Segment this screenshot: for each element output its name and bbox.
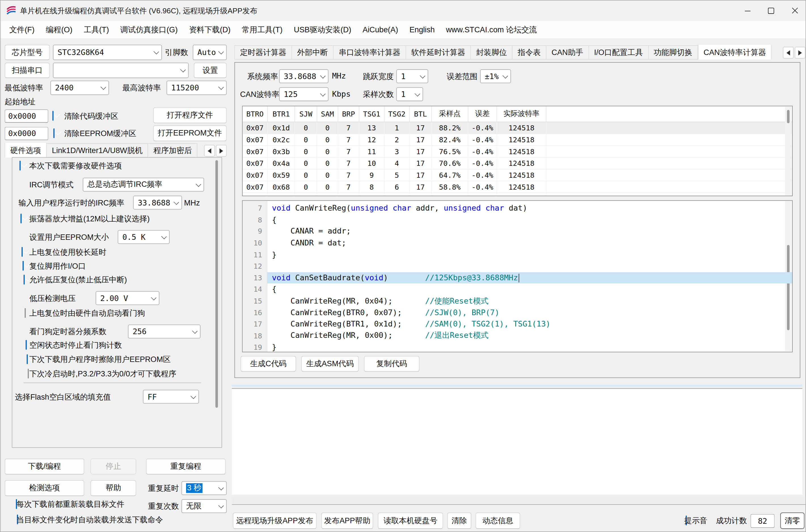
option-tabs-next-button[interactable] [216,145,226,157]
hw-watchdog-checkbox[interactable] [25,308,26,318]
generate-asm-code-button[interactable]: 生成ASM代码 [301,356,359,372]
download-program-button[interactable]: 下载/编程 [4,459,84,474]
code-line[interactable]: 11} [243,249,785,261]
maximize-button[interactable] [759,1,783,21]
code-line[interactable]: 19} [243,342,785,352]
code-line[interactable]: 18 CanWriteReg(MR, 0x00); //退出Reset模式 [243,330,785,342]
can-baud-select[interactable]: 125 [279,87,328,101]
code-line[interactable]: 14{ [243,283,785,295]
option-tabs-prev-button[interactable] [204,145,215,157]
table-scrollbar-thumb[interactable] [787,110,790,123]
max-baud-select[interactable]: 115200 [166,80,226,95]
menu-item-9[interactable]: www.STCAI.com 论坛交流 [440,21,543,39]
cold-boot-p32-checkbox[interactable] [28,369,29,378]
open-eeprom-file-button[interactable]: 打开EEPROM文件 [153,125,226,141]
log-area[interactable] [232,388,802,495]
minimize-button[interactable] [736,1,759,21]
close-button[interactable] [783,1,806,21]
table-row[interactable]: 0x070x59007951764.7%-0.4%124518 [243,170,792,182]
error-range-select[interactable]: ±1% [480,70,511,83]
tab-指令表[interactable]: 指令表 [512,45,547,59]
table-row[interactable]: 0x070x1d0071311788.2%-0.4%124518 [243,122,792,134]
generate-c-code-button[interactable]: 生成C代码 [240,356,296,372]
flash-fill-select[interactable]: FF [143,390,199,404]
tab-CAN助手[interactable]: CAN助手 [547,45,589,59]
table-row[interactable]: 0x070x77007771752.9%-0.4%124518 [243,193,792,196]
tool-tabs-prev-button[interactable] [783,47,793,59]
tab-CAN波特率计算器[interactable]: CAN波特率计算器 [698,45,772,60]
menu-item-1[interactable]: 编程(O) [40,21,78,39]
remote-upgrade-publish-button[interactable]: 远程现场升级APP发布 [233,512,316,529]
sys-freq-select[interactable]: 33.8688 [279,70,328,83]
baud-results-table[interactable]: BTROBTR1SJWSAMBRPTSG1TSG2BTL采样点误差实际波特率 0… [242,106,793,196]
repeat-times-select[interactable]: 无限 [182,499,227,513]
table-scrollbar[interactable] [785,107,792,195]
menu-item-2[interactable]: 工具(T) [78,21,114,39]
code-line[interactable]: 12 [243,261,785,272]
wdt-prescaler-select[interactable]: 256 [128,325,201,338]
dynamic-info-button[interactable]: 动态信息 [476,512,520,529]
table-row[interactable]: 0x070x3b0071131776.5%-0.4%124518 [243,146,792,158]
menu-item-8[interactable]: English [404,21,440,39]
code-line[interactable]: 8{ [243,214,785,226]
clear-log-button[interactable]: 清除 [447,512,471,529]
menu-item-0[interactable]: 文件(F) [4,21,40,39]
repeat-program-button[interactable]: 重复编程 [146,459,226,474]
code-line[interactable]: 13void CanSetBaudrate(void) //125Kbps@33… [243,272,785,283]
tab-封装脚位[interactable]: 封装脚位 [471,45,512,59]
erase-eeprom-next-checkbox[interactable] [27,354,28,364]
reset-count-button[interactable]: 清零 [780,512,804,529]
code-scrollbar-thumb[interactable] [787,245,790,330]
success-count-input[interactable]: 82 [750,514,774,528]
irc-mode-select[interactable]: 总是动态调节IRC频率 [83,178,204,192]
code-start-address-input[interactable]: 0x0000 [4,109,48,123]
clear-eeprom-buffer-checkbox[interactable] [54,128,55,138]
oscillator-gain-checkbox[interactable] [21,214,22,223]
tab-I/O口配置工具[interactable]: I/O口配置工具 [589,45,648,59]
eeprom-size-select[interactable]: 0.5 K [118,230,170,244]
tab-硬件选项[interactable]: 硬件选项 [4,143,47,158]
publish-app-help-button[interactable]: 发布APP帮助 [321,512,373,529]
table-row[interactable]: 0x070x2c0071221782.4%-0.4%124518 [243,134,792,146]
lvd-voltage-select[interactable]: 2.00 V [96,291,159,305]
repeat-delay-select[interactable]: 3 秒 [182,481,227,495]
code-line[interactable]: 16 CanWriteReg(BTR0, 0x07); //SJW(0), BR… [243,307,785,318]
copy-code-button[interactable]: 复制代码 [364,356,419,372]
tab-Link1D/Writer1A/U8W脱机[interactable]: Link1D/Writer1A/U8W脱机 [47,143,148,157]
idle-stop-wdt-checkbox[interactable] [26,340,27,349]
lvr-enable-checkbox[interactable] [23,274,25,284]
code-editor[interactable]: 7void CanWriteReg(unsigned char addr, un… [242,201,793,352]
chip-model-select[interactable]: STC32G8K64 [53,45,162,60]
table-row[interactable]: 0x070x68007861758.8%-0.4%124518 [243,182,792,193]
help-button[interactable]: 帮助 [90,480,136,496]
code-line[interactable]: 10 CANDR = dat; [243,237,785,249]
tab-功能脚切换[interactable]: 功能脚切换 [648,45,698,59]
tab-定时器计算器[interactable]: 定时器计算器 [235,45,292,59]
modify-hw-options-checkbox[interactable] [20,161,21,170]
menu-item-5[interactable]: 常用工具(T) [236,21,288,39]
pin-count-select[interactable]: Auto [193,45,227,60]
menu-item-6[interactable]: USB驱动安装(D) [288,21,357,39]
code-line[interactable]: 15 CanWriteReg(MR, 0x04); //使能Reset模式 [243,295,785,307]
sample-count-select[interactable]: 1 [396,87,423,101]
menu-item-3[interactable]: 调试仿真接口(G) [114,21,183,39]
tab-软件延时计算器[interactable]: 软件延时计算器 [406,45,471,59]
tab-程序加密后[interactable]: 程序加密后 [148,143,198,157]
scan-port-button[interactable]: 扫描串口 [4,63,50,78]
read-hdd-id-button[interactable]: 读取本机硬盘号 [378,512,443,529]
table-row[interactable]: 0x070x4a0071041770.6%-0.4%124518 [243,157,792,170]
tab-外部中断[interactable]: 外部中断 [292,45,334,59]
port-settings-button[interactable]: 设置 [194,63,226,78]
clear-code-buffer-checkbox[interactable] [53,111,54,120]
menu-item-7[interactable]: AiCube(A) [357,21,404,39]
irc-frequency-select[interactable]: 33.8688 [133,195,182,209]
tab-串口波特率计算器[interactable]: 串口波特率计算器 [333,45,406,59]
options-scrollbar-thumb[interactable] [215,160,218,407]
code-line[interactable]: 7void CanWriteReg(unsigned char addr, un… [243,202,785,214]
eeprom-start-address-input[interactable]: 0x0000 [4,127,48,140]
reset-pin-io-checkbox[interactable] [23,261,24,270]
check-options-button[interactable]: 检测选项 [4,480,84,496]
min-baud-select[interactable]: 2400 [51,80,109,95]
options-scrollbar[interactable] [213,157,220,447]
code-line[interactable]: 9 CANAR = addr; [243,226,785,237]
